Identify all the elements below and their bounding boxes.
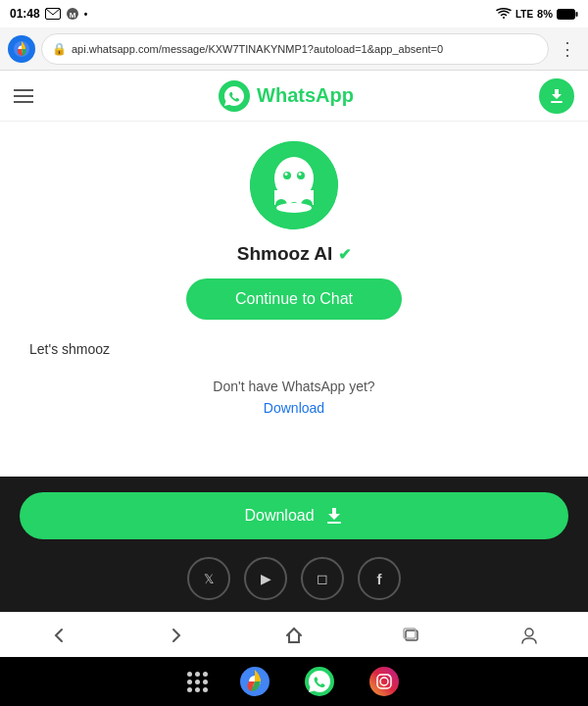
status-bar: 01:48 M • LTE 8% — [0, 0, 588, 27]
browser-logo — [8, 35, 35, 63]
battery-text: 8% — [537, 8, 553, 20]
main-content: Shmooz AI ✔ Continue to Chat Let's shmoo… — [0, 122, 588, 477]
forward-icon — [167, 626, 186, 645]
instagram-button[interactable]: ◻ — [301, 557, 344, 600]
android-bottom-bar — [0, 657, 588, 706]
tabs-icon — [402, 626, 421, 645]
battery-icon — [557, 9, 578, 20]
whatsapp-shortcut[interactable] — [302, 664, 337, 699]
app-drawer-button[interactable] — [187, 672, 208, 692]
big-download-label: Download — [244, 507, 314, 525]
url-bar[interactable]: 🔒 api.whatsapp.com/message/KXW7TINAKYNMP… — [41, 33, 549, 65]
profile-name-row: Shmooz AI ✔ — [237, 243, 351, 265]
chrome-shortcut-icon — [239, 666, 270, 697]
profile-button[interactable] — [512, 618, 547, 653]
dot-indicator: • — [84, 9, 88, 20]
svg-point-19 — [285, 173, 288, 176]
svg-point-18 — [297, 172, 305, 179]
social-icons-row: 𝕏 ▶ ◻ f — [20, 553, 568, 600]
svg-rect-4 — [576, 12, 578, 17]
whatsapp-icon — [219, 80, 250, 112]
chrome-shortcut[interactable] — [237, 664, 272, 699]
download-icon — [548, 87, 565, 105]
download-arrow-icon — [324, 506, 344, 526]
wifi-icon — [496, 8, 512, 20]
signal-strength: LTE — [515, 9, 533, 20]
browser-bar: 🔒 api.whatsapp.com/message/KXW7TINAKYNMP… — [0, 27, 588, 71]
status-right: LTE 8% — [496, 8, 578, 20]
no-whatsapp-text: Don't have WhatsApp yet? — [213, 378, 374, 394]
instagram-icon: ◻ — [317, 571, 328, 586]
browser-nav-bar — [0, 612, 588, 657]
tabs-button[interactable] — [394, 618, 429, 653]
twitter-icon: 𝕏 — [204, 572, 214, 586]
dark-footer: Download 𝕏 ▶ ◻ f — [0, 477, 588, 612]
profile-avatar — [250, 141, 338, 229]
svg-point-24 — [525, 629, 533, 636]
lock-icon: 🔒 — [52, 42, 67, 56]
instagram-shortcut-icon — [368, 666, 400, 697]
forward-button[interactable] — [159, 618, 194, 653]
time: 01:48 — [10, 7, 40, 21]
whatsapp-logo: WhatsApp — [219, 80, 354, 112]
email-icon — [45, 8, 61, 20]
big-download-button[interactable]: Download — [20, 492, 568, 539]
hamburger-menu[interactable] — [14, 89, 33, 103]
svg-rect-9 — [551, 101, 563, 103]
app-nav-bar: WhatsApp — [0, 71, 588, 122]
url-text: api.whatsapp.com/message/KXW7TINAKYNMP1?… — [72, 43, 443, 55]
chrome-icon — [13, 40, 30, 58]
svg-point-16 — [276, 203, 312, 213]
avatar-image — [250, 141, 338, 229]
download-link[interactable]: Download — [264, 400, 324, 416]
svg-point-31 — [388, 676, 390, 678]
svg-point-20 — [299, 173, 302, 176]
profile-icon — [519, 626, 539, 645]
profile-name-text: Shmooz AI — [237, 243, 332, 265]
instagram-shortcut[interactable] — [367, 664, 402, 699]
continue-to-chat-button[interactable]: Continue to Chat — [186, 278, 402, 320]
youtube-icon: ▶ — [261, 571, 271, 586]
youtube-button[interactable]: ▶ — [244, 557, 287, 600]
home-button[interactable] — [276, 618, 312, 653]
facebook-button[interactable]: f — [358, 557, 401, 600]
browser-menu-button[interactable]: ⋮ — [555, 38, 580, 60]
whatsapp-wordmark: WhatsApp — [257, 84, 354, 107]
facebook-icon: f — [377, 571, 382, 587]
notification-icon: M — [66, 7, 79, 21]
twitter-button[interactable]: 𝕏 — [187, 557, 230, 600]
whatsapp-shortcut-icon — [304, 666, 335, 697]
home-icon — [284, 626, 304, 645]
verified-badge: ✔ — [338, 245, 351, 264]
svg-text:M: M — [69, 11, 75, 20]
back-button[interactable] — [41, 618, 76, 653]
svg-point-28 — [369, 667, 399, 696]
svg-rect-21 — [327, 522, 341, 524]
status-left: 01:48 M • — [10, 7, 87, 21]
svg-rect-5 — [559, 10, 561, 18]
download-circle-button[interactable] — [539, 78, 574, 114]
tagline-text: Let's shmooz — [29, 341, 110, 357]
back-icon — [49, 626, 69, 645]
svg-point-17 — [283, 172, 291, 179]
